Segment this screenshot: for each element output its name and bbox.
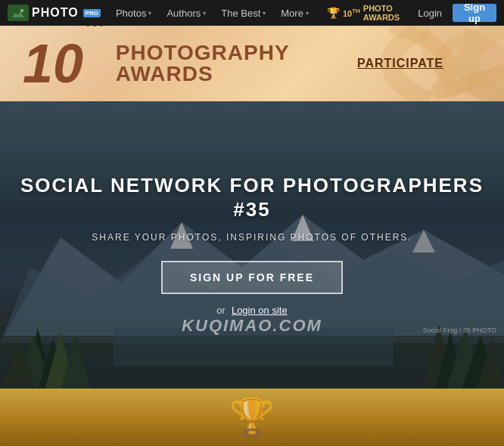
chevron-down-icon: ▾ <box>203 10 206 17</box>
hero-login-link[interactable]: Login on site <box>232 305 288 316</box>
chevron-down-icon: ▾ <box>148 10 151 17</box>
banner-number-group: 10 TH <box>23 36 104 91</box>
logo-pro-badge: PRO <box>83 9 101 17</box>
svg-point-0 <box>20 9 23 12</box>
trophy-icon: 🏆 <box>327 7 340 19</box>
chevron-down-icon: ▾ <box>306 10 309 17</box>
banner-line2: AWARDS <box>116 63 290 85</box>
signup-button[interactable]: Sign up <box>453 4 496 22</box>
chevron-down-icon: ▾ <box>263 10 266 17</box>
hero-signup-button[interactable]: SIGN UP FOR FREE <box>161 261 343 294</box>
awards-banner: 10 TH PHOTOGRAPHY AWARDS PARTICIPATE <box>0 26 504 101</box>
login-button[interactable]: Login <box>410 0 450 26</box>
awards-number: 10TH <box>343 8 360 18</box>
awards-title: PHOTO AWARDS <box>363 4 401 22</box>
banner-line1: PHOTOGRAPHY <box>116 42 290 63</box>
banner-title-group: PHOTOGRAPHY AWARDS <box>116 42 290 85</box>
nav-best[interactable]: The Best ▾ <box>215 0 272 26</box>
hero-title: SOCIAL NETWORK FOR PHOTOGRAPHERS #35 <box>20 174 484 221</box>
awards-badge: 🏆 10TH PHOTO AWARDS <box>321 4 407 22</box>
banner-th: TH <box>83 26 104 29</box>
banner-number: 10 <box>23 36 83 91</box>
hero-login-row: or Login on site <box>216 305 287 316</box>
logo-area: PHOTO PRO <box>8 5 101 21</box>
bottom-strip: 🏆 <box>0 389 504 446</box>
nav-more[interactable]: More ▾ <box>275 0 315 26</box>
nav-photos[interactable]: Photos ▾ <box>110 0 157 26</box>
award-display: 🏆 <box>229 396 275 438</box>
logo-icon <box>8 5 29 21</box>
or-text: or <box>216 305 226 316</box>
navbar: PHOTO PRO Photos ▾ Authors ▾ The Best ▾ … <box>0 0 504 26</box>
nav-authors[interactable]: Authors ▾ <box>160 0 212 26</box>
logo-text: PHOTO <box>32 6 79 20</box>
hero-subtitle: SHARE YOUR PHOTOS, INSPIRING PHOTOS OF O… <box>92 232 412 243</box>
hero-content: SOCIAL NETWORK FOR PHOTOGRAPHERS #35 SHA… <box>0 101 504 389</box>
hero-section: SOCIAL NETWORK FOR PHOTOGRAPHERS #35 SHA… <box>0 101 504 389</box>
banner-content: 10 TH PHOTOGRAPHY AWARDS <box>23 36 290 91</box>
participate-link[interactable]: PARTICIPATE <box>357 57 443 70</box>
